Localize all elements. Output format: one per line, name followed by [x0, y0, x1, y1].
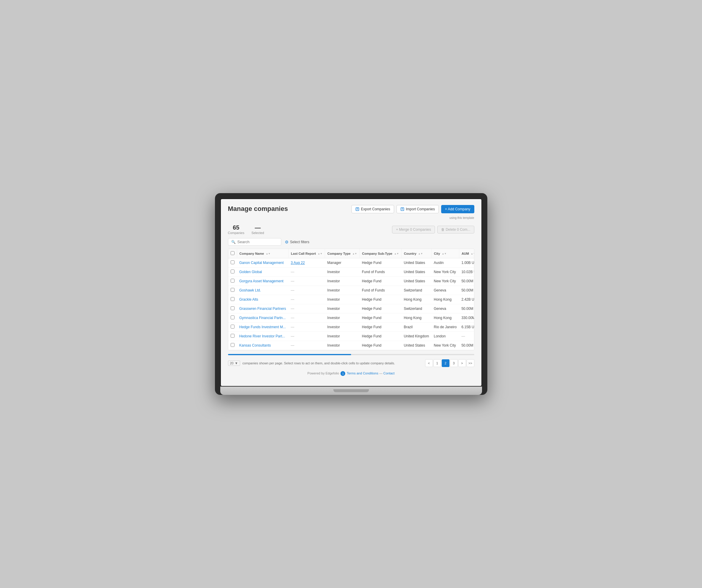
import-button[interactable]: Import Companies — [396, 205, 439, 213]
stats-row: 65 Companies — Selected + Merge 0 Compan… — [228, 224, 474, 234]
selected-stat: — Selected — [251, 224, 264, 234]
row-checkbox[interactable] — [231, 334, 234, 338]
row-checkbox[interactable] — [231, 260, 234, 264]
row-checkbox[interactable] — [231, 343, 234, 347]
selected-label: Selected — [251, 231, 264, 234]
col-aum[interactable]: AUM ▲▼ — [459, 249, 474, 258]
page-2[interactable]: 2 — [442, 359, 449, 367]
sort-city-icon: ▲▼ — [442, 253, 447, 255]
row-checkbox[interactable] — [231, 270, 234, 273]
search-box[interactable]: 🔍 — [228, 238, 281, 246]
aum-cell: 50.00M USD — [459, 286, 474, 295]
powered-by: Powered by Edgefolio — [307, 372, 339, 375]
col-sub-type[interactable]: Company Sub-Type ▲▼ — [359, 249, 401, 258]
type-cell: Investor — [325, 277, 359, 286]
company-name-cell[interactable]: Hedone River Investor Part... — [237, 332, 288, 341]
type-cell: Manager — [325, 258, 359, 268]
type-cell: Investor — [325, 341, 359, 350]
country-cell: Hong Kong — [401, 295, 431, 304]
country-cell: United Kingdom — [401, 332, 431, 341]
table-header-row: Company Name ▲▼ Last Call Report ▲▼ Comp… — [228, 249, 474, 258]
col-city[interactable]: City ▲▼ — [431, 249, 459, 258]
country-cell: Switzerland — [401, 286, 431, 295]
country-cell: Brazil — [401, 322, 431, 332]
merge-button[interactable]: + Merge 0 Companies — [392, 226, 435, 233]
page-1[interactable]: 1 — [434, 359, 441, 367]
sub-type-cell: Hedge Fund — [359, 341, 401, 350]
row-checkbox[interactable] — [231, 297, 234, 301]
table-footer: 20 ▼ companies shown per page. Select ro… — [228, 358, 474, 368]
aum-cell: 1.00B USD — [459, 258, 474, 268]
company-name-cell[interactable]: Hedge Funds Investment M... — [237, 322, 288, 332]
type-cell: Investor — [325, 295, 359, 304]
company-name-cell[interactable]: Grasswren Financial Partners — [237, 304, 288, 313]
sort-company-icon: ▲▼ — [266, 253, 271, 255]
row-checkbox[interactable] — [231, 279, 234, 283]
col-company-name[interactable]: Company Name ▲▼ — [237, 249, 288, 258]
last-call-cell: — — [288, 268, 325, 277]
laptop-frame: Manage companies Export Companies — [215, 193, 487, 395]
table-row: Hedone River Investor Part...—InvestorHe… — [228, 332, 474, 341]
add-company-button[interactable]: + Add Company — [441, 205, 474, 213]
select-all-checkbox[interactable] — [231, 251, 234, 255]
search-input[interactable] — [237, 239, 278, 244]
company-name-cell[interactable]: Gorgyra Asset Management — [237, 277, 288, 286]
page-last[interactable]: >> — [467, 359, 474, 367]
header-buttons-row: Export Companies Import Companies — [351, 205, 474, 213]
company-name-cell[interactable]: Goshawk Ltd. — [237, 286, 288, 295]
export-button[interactable]: Export Companies — [351, 205, 394, 213]
row-checkbox[interactable] — [231, 325, 234, 328]
last-call-cell[interactable]: 3 Aug 22 — [288, 258, 325, 268]
laptop-notch — [333, 389, 369, 392]
company-name-cell[interactable]: Golden Global — [237, 268, 288, 277]
per-page-select[interactable]: 20 ▼ — [228, 361, 240, 366]
row-checkbox[interactable] — [231, 315, 234, 319]
company-name-cell[interactable]: Gymnastica Financial Partn... — [237, 313, 288, 322]
last-call-cell: — — [288, 322, 325, 332]
terms-link[interactable]: Terms and Conditions — [347, 372, 378, 375]
sort-type-icon: ▲▼ — [352, 253, 357, 255]
filter-button[interactable]: ⚙ Select filters — [285, 239, 310, 244]
aum-cell: 10.02B USD — [459, 268, 474, 277]
delete-button[interactable]: 🗑 Delete 0 Com... — [437, 226, 474, 233]
city-cell: Hong Kong — [431, 313, 459, 322]
footer-left: 20 ▼ companies shown per page. Select ro… — [228, 361, 395, 366]
page-header: Manage companies Export Companies — [228, 205, 474, 219]
country-cell: Hong Kong — [401, 313, 431, 322]
select-all-header[interactable] — [228, 249, 237, 258]
aum-cell: — — [459, 332, 474, 341]
col-country[interactable]: Country ▲▼ — [401, 249, 431, 258]
type-cell: Investor — [325, 286, 359, 295]
table: Company Name ▲▼ Last Call Report ▲▼ Comp… — [228, 249, 474, 350]
sub-type-cell: Fund of Funds — [359, 286, 401, 295]
table-row: Kansas Consultants—InvestorHedge FundUni… — [228, 341, 474, 350]
sort-last-call-icon: ▲▼ — [318, 253, 323, 255]
aum-cell: 50.00M USD — [459, 277, 474, 286]
row-checkbox[interactable] — [231, 288, 234, 292]
company-name-cell[interactable]: Grackle Alts — [237, 295, 288, 304]
aum-cell: 50.00M USD — [459, 304, 474, 313]
per-page-value: 20 — [230, 361, 234, 365]
last-call-cell: — — [288, 304, 325, 313]
contact-link[interactable]: Contact — [383, 372, 395, 375]
sub-type-cell: Hedge Fund — [359, 332, 401, 341]
page-next[interactable]: > — [458, 359, 466, 367]
progress-bar-container — [228, 354, 474, 355]
table-row: Grackle Alts—InvestorHedge FundHong Kong… — [228, 295, 474, 304]
row-checkbox[interactable] — [231, 306, 234, 310]
toolbar: 🔍 ⚙ Select filters — [228, 238, 474, 246]
col-last-call[interactable]: Last Call Report ▲▼ — [288, 249, 325, 258]
table-row: Goshawk Ltd.—InvestorFund of FundsSwitze… — [228, 286, 474, 295]
page-prev-start[interactable]: < — [425, 359, 433, 367]
company-name-cell[interactable]: Kansas Consultants — [237, 341, 288, 350]
type-cell: Investor — [325, 322, 359, 332]
import-icon — [400, 207, 404, 211]
country-cell: United States — [401, 268, 431, 277]
sub-type-cell: Hedge Fund — [359, 304, 401, 313]
sub-type-cell: Hedge Fund — [359, 295, 401, 304]
last-call-cell: — — [288, 286, 325, 295]
company-name-cell[interactable]: Ganon Capital Management — [237, 258, 288, 268]
col-type[interactable]: Company Type ▲▼ — [325, 249, 359, 258]
city-cell: Geneva — [431, 286, 459, 295]
page-3[interactable]: 3 — [450, 359, 458, 367]
